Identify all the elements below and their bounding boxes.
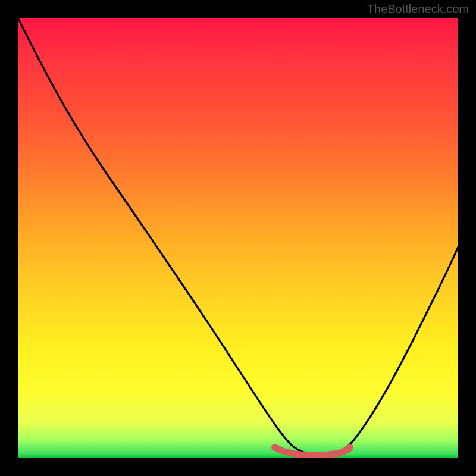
chart-svg	[18, 18, 458, 458]
bottleneck-curve	[18, 18, 458, 455]
plot-area	[18, 18, 458, 458]
highlight-band	[275, 447, 349, 455]
highlight-dot-start	[271, 444, 278, 451]
highlight-dot-end	[346, 444, 353, 451]
watermark-text: TheBottleneck.com	[367, 2, 469, 16]
